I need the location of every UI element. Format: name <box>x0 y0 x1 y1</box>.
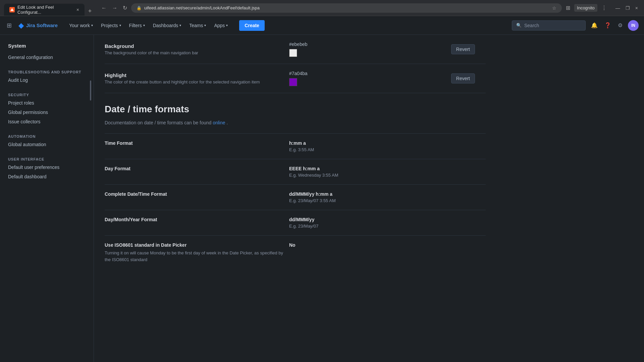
iso8601-value-col: No <box>289 242 486 249</box>
browser-tabs: Edit Look and Feel Configurat... × + <box>4 0 95 16</box>
dmy-format-value: dd/MMM/yy <box>289 217 486 222</box>
iso8601-label: Use ISO8601 standard in Date Picker <box>105 242 289 248</box>
sidebar-item-default-user-preferences[interactable]: Default user preferences <box>0 163 94 172</box>
tab-close-btn[interactable]: × <box>76 7 79 12</box>
iso8601-value: No <box>289 242 486 248</box>
settings-icon[interactable]: ⚙ <box>616 21 624 30</box>
close-btn[interactable]: × <box>633 4 640 12</box>
nav-teams[interactable]: Teams ▾ <box>186 21 209 30</box>
minimize-btn[interactable]: — <box>613 4 622 12</box>
sidebar-item-audit-log[interactable]: Audit Log <box>0 75 94 85</box>
profile-icon[interactable]: Incognito <box>574 4 597 12</box>
sidebar-item-global-automation[interactable]: Global automation <box>0 140 94 149</box>
dmy-format-label: Day/Month/Year Format <box>105 217 289 222</box>
nav-filters[interactable]: Filters ▾ <box>126 21 148 30</box>
day-format-label: Day Format <box>105 166 289 171</box>
address-bar[interactable]: 🔒 uifeed.atlassian.net/secure/admin/Look… <box>131 3 562 13</box>
date-time-description: Documentation on date / time formats can… <box>105 120 486 125</box>
extensions-icon[interactable]: ⊞ <box>565 3 572 12</box>
tab-title: Edit Look and Feel Configurat... <box>17 5 74 15</box>
highlight-swatch[interactable] <box>289 78 297 86</box>
browser-controls: ← → ↻ <box>100 3 128 12</box>
format-row-dmy: Day/Month/Year Format dd/MMM/yy E.g. 23/… <box>105 210 486 235</box>
nav-projects[interactable]: Projects ▾ <box>98 21 124 30</box>
highlight-hex: #7a04ba <box>289 71 451 76</box>
sidebar-item-default-dashboard[interactable]: Default dashboard <box>0 172 94 181</box>
highlight-label-col: Highlight The color of the create button… <box>105 72 289 84</box>
window-controls: — ❐ × <box>613 4 640 12</box>
sidebar-security-section: SECURITY <box>0 90 94 98</box>
notifications-icon[interactable]: 🔔 <box>590 21 599 30</box>
sidebar-user-interface-section: USER INTERFACE <box>0 155 94 163</box>
format-row-iso8601: Use ISO8601 standard in Date Picker Turn… <box>105 235 486 269</box>
new-tab-btn[interactable]: + <box>85 6 95 16</box>
online-link[interactable]: online <box>213 120 225 125</box>
search-placeholder: Search <box>524 23 539 28</box>
day-format-example: E.g. Wednesday 3:55 AM <box>289 173 486 178</box>
header-right: 🔍 Search 🔔 ❓ ⚙ IN <box>512 20 639 31</box>
dmy-format-value-col: dd/MMM/yy E.g. 23/May/07 <box>289 217 486 229</box>
sidebar-automation-section: AUTOMATION <box>0 132 94 140</box>
background-revert-btn[interactable]: Revert <box>451 44 475 54</box>
chevron-down-icon: ▾ <box>204 23 206 27</box>
highlight-revert-btn[interactable]: Revert <box>451 73 475 83</box>
highlight-value-col: #7a04ba <box>289 71 451 86</box>
search-box[interactable]: 🔍 Search <box>512 20 586 31</box>
date-time-section-title: Date / time formats <box>105 93 486 120</box>
chevron-down-icon: ▾ <box>143 23 145 27</box>
nav-dashboards[interactable]: Dashboards ▾ <box>150 21 185 30</box>
complete-datetime-label: Complete Date/Time Format <box>105 191 289 197</box>
format-row-time: Time Format h:mm a E.g. 3:55 AM <box>105 133 486 159</box>
app-logo[interactable]: ◆ Jira Software <box>18 21 58 29</box>
sidebar-item-general-config[interactable]: General configuration <box>0 53 94 62</box>
content-area: Background The background color of the m… <box>94 35 644 362</box>
svg-marker-0 <box>10 8 14 11</box>
chevron-down-icon: ▾ <box>226 23 228 27</box>
create-button[interactable]: Create <box>239 20 265 31</box>
sidebar-item-global-permissions[interactable]: Global permissions <box>0 108 94 117</box>
time-format-label: Time Format <box>105 140 289 146</box>
complete-datetime-label-col: Complete Date/Time Format <box>105 191 289 197</box>
sidebar-troubleshooting-section: TROUBLESHOOTING AND SUPPORT <box>0 67 94 75</box>
more-btn[interactable]: ⋮ <box>600 3 608 12</box>
complete-datetime-example: E.g. 23/May/07 3:55 AM <box>289 198 486 203</box>
time-format-value: h:mm a <box>289 140 486 146</box>
lock-icon: 🔒 <box>137 6 142 10</box>
maximize-btn[interactable]: ❐ <box>624 4 632 12</box>
day-format-label-col: Day Format <box>105 166 289 171</box>
day-format-value-col: EEEE h:mm a E.g. Wednesday 3:55 AM <box>289 166 486 178</box>
format-row-complete-datetime: Complete Date/Time Format dd/MMM/yy h:mm… <box>105 184 486 210</box>
main-layout: System General configuration TROUBLESHOO… <box>0 35 644 362</box>
highlight-label: Highlight <box>105 72 289 78</box>
help-icon[interactable]: ❓ <box>603 21 612 30</box>
time-format-value-col: h:mm a E.g. 3:55 AM <box>289 140 486 152</box>
refresh-btn[interactable]: ↻ <box>121 3 128 12</box>
background-value-col: #ebebeb <box>289 42 451 57</box>
avatar[interactable]: IN <box>628 20 639 31</box>
complete-datetime-value: dd/MMM/yy h:mm a <box>289 191 486 197</box>
browser-actions: ⊞ Incognito ⋮ <box>565 3 608 12</box>
background-desc: The background color of the main navigat… <box>105 50 289 55</box>
logo-text: Jira Software <box>26 22 58 28</box>
browser-chrome: Edit Look and Feel Configurat... × + ← →… <box>0 0 644 16</box>
nav-apps[interactable]: Apps ▾ <box>211 21 231 30</box>
back-btn[interactable]: ← <box>100 4 108 12</box>
active-tab[interactable]: Edit Look and Feel Configurat... × <box>4 4 85 16</box>
star-icon[interactable]: ☆ <box>552 5 556 11</box>
forward-btn[interactable]: → <box>111 4 119 12</box>
sidebar-item-project-roles[interactable]: Project roles <box>0 98 94 108</box>
sidebar-scrollbar-thumb[interactable] <box>90 80 91 101</box>
dmy-format-example: E.g. 23/May/07 <box>289 224 486 229</box>
grid-icon[interactable]: ⊞ <box>5 20 13 31</box>
background-swatch[interactable] <box>289 49 297 57</box>
chevron-down-icon: ▾ <box>119 23 121 27</box>
time-format-label-col: Time Format <box>105 140 289 146</box>
sidebar-item-issue-collectors[interactable]: Issue collectors <box>0 117 94 126</box>
nav-your-work[interactable]: Your work ▾ <box>66 21 96 30</box>
content-inner: Background The background color of the m… <box>94 35 496 269</box>
iso8601-desc: Turning it on will cause Monday to be th… <box>105 250 289 263</box>
jira-logo-icon: ◆ <box>18 21 23 29</box>
main-nav: Your work ▾ Projects ▾ Filters ▾ Dashboa… <box>66 21 231 30</box>
search-icon: 🔍 <box>516 23 522 28</box>
background-label-col: Background The background color of the m… <box>105 43 289 55</box>
